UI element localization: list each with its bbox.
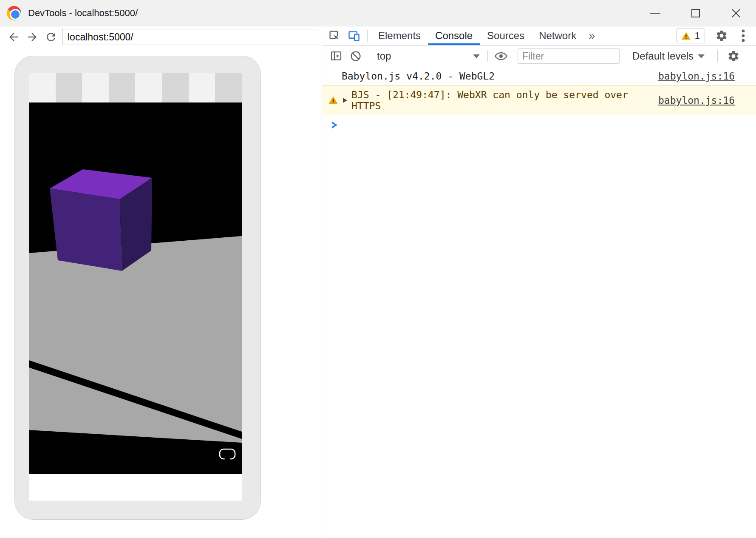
console-toolbar: top Default levels xyxy=(322,46,756,67)
browser-pane xyxy=(0,26,322,538)
close-icon xyxy=(730,7,742,19)
maximize-icon xyxy=(691,9,700,17)
back-button[interactable] xyxy=(4,28,23,46)
live-expression-button[interactable] xyxy=(491,49,511,63)
minimize-icon xyxy=(650,13,660,14)
device-frame xyxy=(14,56,261,520)
devtools-panel: Elements Console Sources Network » 1 xyxy=(322,26,756,538)
window-title: DevTools - localhost:5000/ xyxy=(28,8,138,19)
tab-elements[interactable]: Elements xyxy=(371,26,428,45)
warning-triangle-icon xyxy=(681,31,691,41)
window-titlebar: DevTools - localhost:5000/ xyxy=(0,0,756,26)
refresh-button[interactable] xyxy=(42,28,60,46)
expand-message-arrow[interactable] xyxy=(343,97,348,103)
chevron-down-icon xyxy=(698,54,705,58)
vr-goggles-button[interactable] xyxy=(220,449,235,462)
webgl-canvas[interactable] xyxy=(29,102,242,474)
refresh-icon xyxy=(45,31,57,43)
console-prompt[interactable] xyxy=(322,115,756,131)
console-filter-input[interactable] xyxy=(518,48,620,64)
minimize-button[interactable] xyxy=(635,0,675,26)
gear-icon xyxy=(715,29,728,42)
clear-console-icon xyxy=(349,50,362,63)
devtools-menu-button[interactable] xyxy=(738,29,748,43)
warning-count: 1 xyxy=(695,30,700,41)
console-message-row: Babylon.js v4.2.0 - WebGL2 babylon.js:16 xyxy=(322,67,756,85)
source-link[interactable]: babylon.js:16 xyxy=(646,71,735,82)
device-screen xyxy=(29,73,242,501)
device-toolbar-icon xyxy=(348,29,360,42)
inspect-element-button[interactable] xyxy=(325,26,344,45)
execution-context-selector[interactable]: top xyxy=(373,50,484,62)
console-sidebar-icon xyxy=(330,50,343,63)
forward-button[interactable] xyxy=(23,28,42,46)
devtools-tabbar: Elements Console Sources Network » 1 xyxy=(322,26,756,46)
window-controls xyxy=(635,0,756,26)
log-levels-selector[interactable]: Default levels xyxy=(629,50,708,62)
source-link[interactable]: babylon.js:16 xyxy=(646,95,735,106)
chrome-logo-icon xyxy=(7,6,21,20)
tab-console[interactable]: Console xyxy=(428,26,480,45)
console-prompt-chevron-icon xyxy=(331,120,338,130)
issues-warning-badge[interactable]: 1 xyxy=(676,28,705,43)
vr-goggles-nose-notch xyxy=(225,456,230,462)
divider xyxy=(367,30,368,42)
divider xyxy=(717,50,718,62)
console-settings-button[interactable] xyxy=(724,50,743,63)
tab-network[interactable]: Network xyxy=(532,26,583,45)
devtools-settings-button[interactable] xyxy=(714,29,729,42)
browser-nav-bar xyxy=(0,26,322,48)
maximize-button[interactable] xyxy=(675,0,716,26)
close-button[interactable] xyxy=(716,0,756,26)
cube-front-face xyxy=(50,188,122,271)
forward-arrow-icon xyxy=(26,31,39,43)
console-messages: Babylon.js v4.2.0 - WebGL2 babylon.js:16… xyxy=(322,67,756,131)
babylon-3d-scene xyxy=(29,102,242,474)
tab-sources[interactable]: Sources xyxy=(480,26,532,45)
clear-console-button[interactable] xyxy=(346,50,365,63)
more-tabs-button[interactable]: » xyxy=(583,29,600,43)
warning-triangle-icon xyxy=(328,95,338,105)
inspect-cursor-icon xyxy=(328,29,341,42)
divider xyxy=(487,50,488,62)
console-message-text: Babylon.js v4.2.0 - WebGL2 xyxy=(342,71,495,82)
console-sidebar-toggle[interactable] xyxy=(326,50,346,63)
back-arrow-icon xyxy=(7,31,20,43)
console-warning-row: BJS - [21:49:47]: WebXR can only be serv… xyxy=(322,85,756,115)
gear-icon xyxy=(727,50,740,63)
page-background-pattern xyxy=(29,73,242,102)
divider xyxy=(369,50,369,62)
address-bar[interactable] xyxy=(62,29,318,45)
kebab-menu-icon xyxy=(741,29,745,43)
console-warning-text: BJS - [21:49:47]: WebXR can only be serv… xyxy=(351,89,646,111)
context-label: top xyxy=(377,50,391,62)
chevron-down-icon xyxy=(473,54,480,58)
device-toolbar-toggle[interactable] xyxy=(344,26,364,45)
tabbar-right-group: 1 xyxy=(676,26,756,45)
eye-icon xyxy=(494,49,508,63)
levels-label: Default levels xyxy=(632,50,694,62)
